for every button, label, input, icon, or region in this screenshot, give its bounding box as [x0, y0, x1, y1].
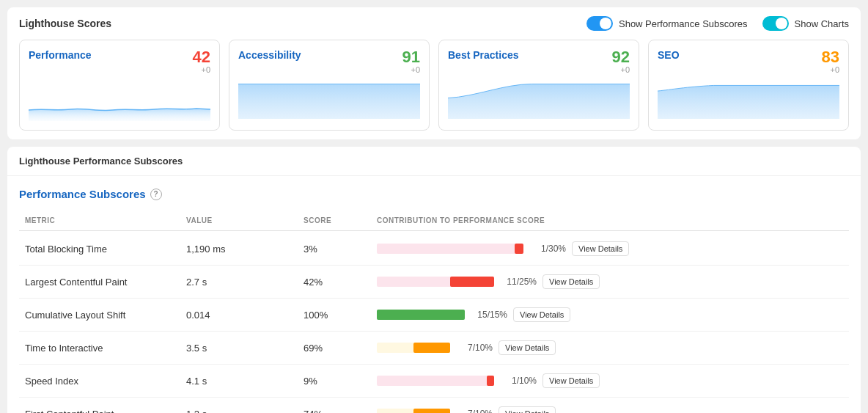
header-metric: Metric [19, 213, 180, 227]
show-charts-toggle[interactable]: Show Charts [762, 16, 849, 31]
table-row: Total Blocking Time 1,190 ms 3% 1/30% Vi… [19, 233, 849, 266]
fraction-si: 1/10% [500, 376, 537, 386]
show-charts-label: Show Charts [795, 18, 849, 29]
fraction-fcp: 7/10% [456, 409, 493, 413]
seo-card-header: SEO 83 +0 [658, 49, 839, 74]
performance-chart [29, 77, 210, 121]
score-lcp: 42% [298, 274, 371, 290]
lighthouse-scores-section: Lighthouse Scores Show Performance Subsc… [7, 7, 861, 139]
bar-fill-fcp [413, 409, 450, 413]
seo-card-title: SEO [658, 49, 680, 61]
performance-card-title: Performance [29, 49, 92, 61]
view-details-si[interactable]: View Details [542, 373, 600, 388]
contrib-tti: 7/10% View Details [371, 337, 702, 358]
best-practices-card-title: Best Practices [448, 49, 519, 61]
score-si: 9% [298, 373, 371, 390]
best-practices-card-values: 92 +0 [612, 49, 630, 74]
performance-subscores-switch[interactable] [586, 16, 613, 31]
seo-card: SEO 83 +0 [648, 40, 849, 131]
contrib-cls: 15/15% View Details [371, 304, 702, 325]
table-row: First Contentful Paint 1.2 s 74% 7/10% V… [19, 398, 849, 413]
view-details-tti[interactable]: View Details [499, 340, 556, 355]
value-cls: 0.014 [180, 307, 298, 324]
page-container: Lighthouse Scores Show Performance Subsc… [0, 0, 868, 413]
best-practices-chart [448, 77, 630, 121]
seo-score: 83 [822, 49, 839, 65]
fraction-tbt: 1/30% [529, 244, 566, 254]
performance-card: Performance 42 +0 [19, 40, 220, 131]
best-practices-delta: +0 [612, 65, 630, 74]
fraction-cls: 15/15% [471, 310, 507, 320]
score-fcp: 74% [298, 406, 371, 414]
performance-card-header: Performance 42 +0 [29, 49, 210, 74]
toggle-group: Show Performance Subscores Show Charts [586, 16, 849, 31]
metric-tti: Time to Interactive [19, 340, 180, 357]
accessibility-card: Accessibility 91 +0 [229, 40, 430, 131]
best-practices-card-header: Best Practices 92 +0 [448, 49, 630, 74]
score-cls: 100% [298, 307, 371, 324]
value-si: 4.1 s [180, 373, 298, 390]
metric-si: Speed Index [19, 373, 180, 390]
value-tbt: 1,190 ms [180, 241, 298, 257]
contrib-si: 1/10% View Details [371, 370, 702, 391]
accessibility-card-title: Accessibility [238, 49, 301, 61]
value-fcp: 1.2 s [180, 406, 298, 414]
contrib-tbt: 1/30% View Details [371, 238, 702, 259]
help-icon[interactable]: ? [150, 189, 162, 200]
performance-delta: +0 [193, 65, 210, 74]
performance-subscores-label: Show Performance Subscores [619, 18, 748, 29]
accessibility-card-values: 91 +0 [402, 49, 420, 74]
best-practices-chart-svg [448, 77, 630, 119]
bar-fill-cls [377, 310, 465, 320]
top-header: Lighthouse Scores Show Performance Subsc… [19, 16, 849, 31]
bar-fill-tbt [515, 244, 523, 254]
seo-chart [658, 77, 839, 121]
metric-cls: Cumulative Layout Shift [19, 307, 180, 324]
fraction-tti: 7/10% [456, 343, 493, 353]
table-header: Metric Value Score Contribution to Perfo… [19, 211, 849, 231]
subscore-title: Performance Subscores ? [19, 188, 849, 200]
bar-fill-tti [413, 343, 450, 353]
metric-tbt: Total Blocking Time [19, 241, 180, 257]
metric-fcp: First Contentful Paint [19, 406, 180, 414]
seo-chart-svg [658, 77, 839, 119]
table-row: Time to Interactive 3.5 s 69% 7/10% View… [19, 332, 849, 365]
best-practices-score: 92 [612, 49, 630, 65]
table-row: Cumulative Layout Shift 0.014 100% 15/15… [19, 299, 849, 332]
value-tti: 3.5 s [180, 340, 298, 357]
header-value: Value [180, 213, 298, 227]
bar-fill-lcp [450, 277, 494, 287]
subscore-panel: Performance Subscores ? Metric Value Sco… [7, 176, 861, 413]
view-details-cls[interactable]: View Details [513, 307, 570, 322]
accessibility-delta: +0 [402, 65, 420, 74]
performance-card-values: 42 +0 [193, 49, 210, 74]
value-lcp: 2.7 s [180, 274, 298, 290]
view-details-tbt[interactable]: View Details [572, 241, 629, 256]
score-tti: 69% [298, 340, 371, 357]
header-score: Score [298, 213, 371, 227]
performance-score: 42 [193, 49, 210, 65]
performance-subscores-toggle[interactable]: Show Performance Subscores [586, 16, 748, 31]
score-cards-grid: Performance 42 +0 [19, 40, 849, 131]
view-details-lcp[interactable]: View Details [542, 274, 600, 289]
show-charts-switch[interactable] [762, 16, 789, 31]
metric-lcp: Largest Contentful Paint [19, 274, 180, 290]
header-contribution: Contribution to Performance Score [371, 213, 849, 227]
subscore-title-text: Performance Subscores [19, 188, 146, 200]
best-practices-card: Best Practices 92 +0 [438, 40, 639, 131]
bar-fill-si [487, 376, 494, 386]
performance-chart-svg [29, 77, 210, 121]
accessibility-chart-svg [238, 77, 420, 119]
subscore-section: Lighthouse Performance Subscores Perform… [7, 147, 861, 413]
contrib-fcp: 7/10% View Details [371, 403, 702, 413]
table-row: Largest Contentful Paint 2.7 s 42% 11/25… [19, 266, 849, 299]
accessibility-card-header: Accessibility 91 +0 [238, 49, 420, 74]
contrib-lcp: 11/25% View Details [371, 271, 702, 292]
view-details-fcp[interactable]: View Details [499, 406, 556, 413]
lighthouse-scores-title: Lighthouse Scores [19, 18, 111, 29]
accessibility-score: 91 [402, 49, 420, 65]
seo-delta: +0 [822, 65, 839, 74]
subscore-section-header: Lighthouse Performance Subscores [7, 147, 861, 176]
table-row: Speed Index 4.1 s 9% 1/10% View Details [19, 365, 849, 398]
accessibility-chart [238, 77, 420, 121]
